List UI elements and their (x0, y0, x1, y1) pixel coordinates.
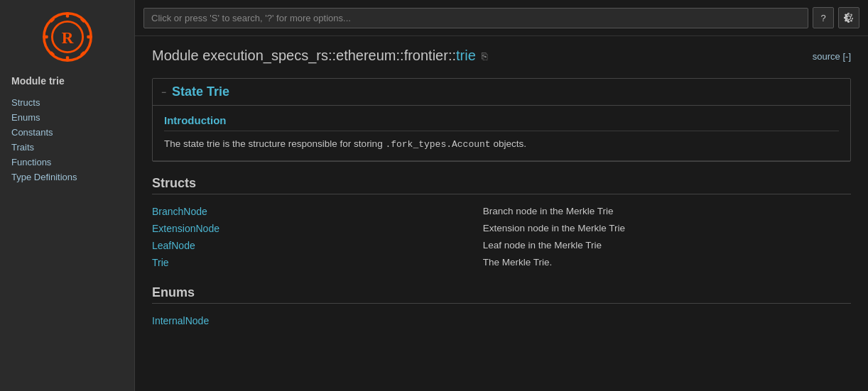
table-row: Trie The Merkle Trie. (152, 254, 851, 271)
search-input[interactable] (143, 8, 808, 28)
source-controls: source [-] (813, 50, 851, 62)
sidebar-item-traits[interactable]: Traits (0, 140, 134, 155)
enums-section: Enums InternalNode (152, 285, 851, 329)
struct-link-trie[interactable]: Trie (152, 257, 280, 268)
module-path: execution_specs_rs::ethereum::frontier:: (202, 48, 456, 63)
struct-link-leafnode[interactable]: LeafNode (152, 240, 280, 251)
source-link[interactable]: source [-] (813, 51, 851, 62)
enums-title: Enums (152, 285, 195, 300)
enums-header: Enums (152, 285, 851, 304)
help-button[interactable]: ? (813, 7, 834, 28)
sidebar: R Module trie Structs Enums Constants Tr… (0, 0, 135, 391)
table-row: BranchNode Branch node in the Merkle Tri… (152, 203, 851, 220)
content-area: Module execution_specs_rs::ethereum::fro… (135, 36, 868, 391)
state-trie-header: − State Trie (153, 79, 850, 106)
enum-link-internalnode[interactable]: InternalNode (152, 315, 280, 326)
module-header: Module execution_specs_rs::ethereum::fro… (152, 48, 851, 64)
sidebar-item-structs[interactable]: Structs (0, 95, 134, 110)
state-trie-toggle[interactable]: − (161, 87, 166, 97)
main-panel: ? Module execution_specs_rs::ethereum::f… (135, 0, 868, 391)
struct-link-extensionnode[interactable]: ExtensionNode (152, 223, 280, 234)
svg-point-14 (88, 35, 91, 38)
settings-button[interactable] (838, 7, 859, 28)
enums-table: InternalNode (152, 312, 851, 329)
module-title-prefix: Module (152, 48, 202, 63)
structs-header: Structs (152, 176, 851, 194)
struct-desc-leafnode: Leaf node in the Merkle Trie (483, 237, 851, 254)
table-row: InternalNode (152, 312, 851, 329)
module-title: Module trie (0, 70, 134, 95)
intro-text-after: objects. (491, 138, 526, 149)
state-trie-title: State Trie (172, 84, 229, 99)
sidebar-item-constants[interactable]: Constants (0, 125, 134, 140)
module-name: trie (456, 48, 476, 63)
sidebar-item-enums[interactable]: Enums (0, 110, 134, 125)
rust-logo: R (42, 11, 93, 62)
struct-link-branchnode[interactable]: BranchNode (152, 206, 280, 217)
sidebar-nav: Structs Enums Constants Traits Functions… (0, 95, 134, 185)
svg-point-11 (65, 13, 68, 16)
copy-icon[interactable]: ⎘ (482, 50, 487, 62)
structs-title: Structs (152, 176, 196, 191)
search-bar: ? (135, 0, 868, 36)
intro-code: .fork_types.Account (385, 139, 490, 150)
structs-section: Structs BranchNode Branch node in the Me… (152, 176, 851, 271)
state-trie-section: − State Trie Introduction The state trie… (152, 78, 851, 162)
intro-box: Introduction The state trie is the struc… (153, 106, 850, 161)
structs-table: BranchNode Branch node in the Merkle Tri… (152, 203, 851, 271)
table-row: ExtensionNode Extension node in the Merk… (152, 220, 851, 237)
svg-text:R: R (61, 28, 73, 47)
logo-area: R (0, 0, 134, 70)
intro-description: The state trie is the structure responsi… (164, 137, 839, 152)
module-header-left: Module execution_specs_rs::ethereum::fro… (152, 48, 487, 64)
intro-text-before: The state trie is the structure responsi… (164, 138, 385, 149)
struct-desc-extensionnode: Extension node in the Merkle Trie (483, 220, 851, 237)
settings-icon (843, 12, 855, 23)
svg-point-12 (65, 58, 68, 61)
sidebar-item-functions[interactable]: Functions (0, 155, 134, 170)
source-collapse: [-] (842, 51, 851, 62)
struct-desc-trie: The Merkle Trie. (483, 254, 851, 271)
module-title-text: Module execution_specs_rs::ethereum::fro… (152, 48, 476, 64)
sidebar-item-type-definitions[interactable]: Type Definitions (0, 170, 134, 185)
struct-desc-branchnode: Branch node in the Merkle Trie (483, 203, 851, 220)
svg-point-13 (43, 35, 46, 38)
table-row: LeafNode Leaf node in the Merkle Trie (152, 237, 851, 254)
intro-title: Introduction (164, 114, 839, 131)
